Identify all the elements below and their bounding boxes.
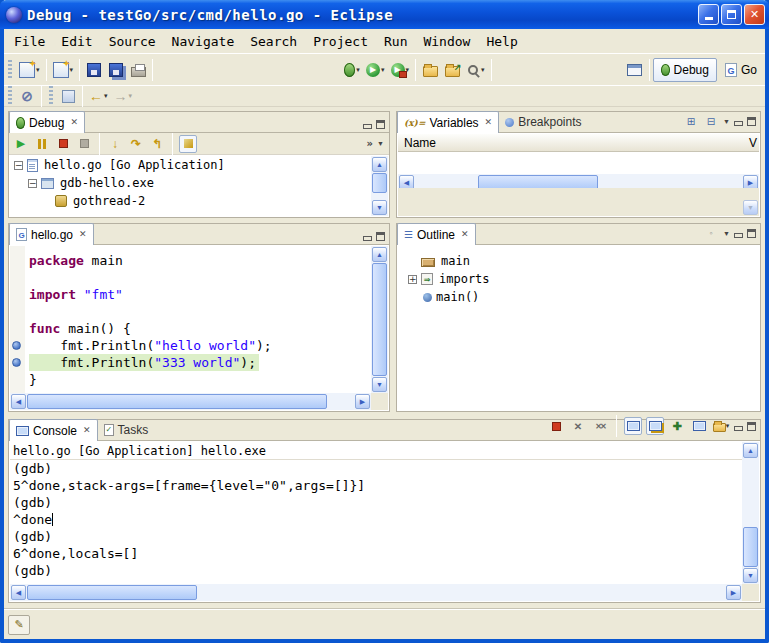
open-console-button[interactable]: ▾: [712, 417, 730, 435]
toolbar-overflow-chevron[interactable]: »: [367, 139, 373, 149]
debug-vscrollbar[interactable]: ▲ ▼: [371, 156, 388, 216]
open-project-button[interactable]: [419, 58, 441, 82]
view-menu-icon[interactable]: ▼: [377, 140, 384, 147]
minimize-view-icon[interactable]: [734, 229, 743, 238]
maximize-view-icon[interactable]: [376, 120, 385, 129]
scroll-left-arrow[interactable]: ◀: [11, 394, 26, 409]
outline-item[interactable]: main: [408, 252, 759, 270]
tab-console[interactable]: Console ✕: [9, 419, 98, 441]
chevron-down-icon[interactable]: ▾: [381, 66, 385, 74]
close-icon[interactable]: ✕: [79, 230, 87, 239]
console-output[interactable]: (gdb)5^done,stack-args=[frame={level="0"…: [10, 460, 742, 584]
resume-button[interactable]: ▶: [12, 135, 30, 153]
scroll-down-arrow[interactable]: ▼: [372, 377, 387, 392]
code-line[interactable]: package main: [25, 252, 371, 269]
link-with-editor-button[interactable]: [57, 86, 79, 106]
minimize-view-icon[interactable]: [363, 232, 372, 241]
tree-row[interactable]: gothread-2: [10, 192, 371, 210]
use-step-filters-button[interactable]: [179, 135, 197, 153]
search-button[interactable]: ▾: [463, 58, 488, 82]
tab-variables[interactable]: (x)= Variables ✕: [397, 111, 499, 133]
fast-view-button[interactable]: ✎: [8, 615, 30, 635]
remove-launch-button[interactable]: ✕: [569, 417, 587, 435]
tab-breakpoints[interactable]: Breakpoints: [499, 112, 587, 132]
save-all-button[interactable]: [105, 58, 127, 82]
collapse-all-button[interactable]: ⊟: [703, 113, 719, 129]
terminate-button[interactable]: [54, 135, 72, 153]
outline-item[interactable]: main(): [408, 288, 759, 306]
toolbar-grip[interactable]: [8, 60, 12, 80]
code-line[interactable]: fmt.Println("hello world");: [25, 337, 371, 354]
scroll-left-arrow[interactable]: ◀: [11, 585, 26, 600]
scroll-lock-button[interactable]: [646, 417, 664, 435]
disconnect-button[interactable]: [75, 135, 93, 153]
expander-icon[interactable]: −: [28, 179, 37, 188]
chevron-down-icon[interactable]: ▾: [104, 92, 108, 100]
editor-vscrollbar[interactable]: ▲ ▼: [371, 246, 388, 393]
terminate-button[interactable]: [547, 417, 565, 435]
maximize-button[interactable]: [721, 4, 742, 25]
sort-button[interactable]: ◦: [703, 225, 719, 241]
minimize-view-icon[interactable]: [363, 120, 372, 129]
tree-row[interactable]: −hello.go [Go Application]: [10, 156, 371, 174]
scroll-right-arrow[interactable]: ▶: [355, 394, 370, 409]
code-line[interactable]: }: [25, 371, 371, 388]
close-button[interactable]: ✕: [744, 4, 765, 25]
external-tools-button[interactable]: ▾: [388, 58, 413, 82]
code-line[interactable]: import "fmt": [25, 286, 371, 303]
scroll-up-arrow[interactable]: ▲: [372, 157, 387, 172]
toolbar-grip[interactable]: [8, 86, 12, 106]
back-button[interactable]: ←▾: [86, 86, 111, 106]
code-line[interactable]: fmt.Println("333 world");: [25, 354, 371, 371]
scroll-up-arrow[interactable]: ▲: [743, 443, 758, 458]
scroll-down-arrow[interactable]: ▼: [743, 568, 758, 583]
chevron-down-icon[interactable]: ▾: [481, 66, 485, 74]
code-line[interactable]: func main() {: [25, 320, 371, 337]
close-icon[interactable]: ✕: [461, 230, 469, 239]
new-go-element-button[interactable]: ▾: [50, 58, 77, 82]
scroll-right-arrow[interactable]: ▶: [726, 585, 741, 600]
run-launch-button[interactable]: ▾: [363, 58, 388, 82]
clear-console-button[interactable]: [624, 417, 642, 435]
outline-item[interactable]: +⇒imports: [408, 270, 759, 288]
tree-row[interactable]: −gdb-hello.exe: [10, 174, 371, 192]
expander-icon[interactable]: −: [14, 161, 23, 170]
menu-item-source[interactable]: Source: [101, 30, 164, 53]
perspective-go-button[interactable]: G Go: [717, 58, 765, 82]
maximize-view-icon[interactable]: [747, 229, 756, 238]
print-button[interactable]: [127, 58, 149, 82]
menu-item-window[interactable]: Window: [415, 30, 478, 53]
tab-hello-go[interactable]: G hello.go ✕: [9, 223, 94, 245]
view-menu-icon[interactable]: ▼: [723, 230, 730, 237]
console-hscrollbar[interactable]: ◀ ▶: [10, 584, 742, 601]
menu-item-file[interactable]: File: [6, 30, 53, 53]
perspective-debug-button[interactable]: Debug: [653, 58, 717, 82]
menu-item-navigate[interactable]: Navigate: [164, 30, 243, 53]
maximize-view-icon[interactable]: [747, 117, 756, 126]
breakpoint-icon[interactable]: [12, 358, 21, 367]
menu-item-search[interactable]: Search: [242, 30, 305, 53]
minimize-view-icon[interactable]: [734, 422, 743, 431]
scroll-up-arrow[interactable]: ▲: [372, 247, 387, 262]
menu-item-edit[interactable]: Edit: [53, 30, 100, 53]
menu-item-project[interactable]: Project: [305, 30, 376, 53]
save-button[interactable]: [83, 58, 105, 82]
remove-all-launches-button[interactable]: ✕✕: [591, 417, 609, 435]
console-vscrollbar[interactable]: ▲ ▼: [742, 442, 759, 584]
show-type-names-button[interactable]: ⊞: [683, 113, 699, 129]
breakpoint-icon[interactable]: [12, 341, 21, 350]
step-over-button[interactable]: ↷: [127, 135, 145, 153]
scroll-thumb[interactable]: [27, 394, 327, 409]
close-icon[interactable]: ✕: [485, 118, 493, 127]
scroll-thumb[interactable]: [372, 173, 387, 193]
scroll-thumb[interactable]: [372, 263, 387, 376]
maximize-view-icon[interactable]: [747, 422, 756, 431]
editor-hscrollbar[interactable]: ◀ ▶: [10, 393, 371, 410]
titlebar[interactable]: Debug - testGo/src/cmd/hello.go - Eclips…: [0, 0, 769, 29]
open-perspective-button[interactable]: [624, 58, 646, 82]
tab-tasks[interactable]: Tasks: [98, 420, 155, 440]
scroll-thumb[interactable]: [27, 585, 197, 600]
skip-all-breakpoints-button[interactable]: ⊘: [16, 86, 38, 106]
debug-launch-button[interactable]: ▾: [341, 58, 363, 82]
import-button[interactable]: [441, 58, 463, 82]
